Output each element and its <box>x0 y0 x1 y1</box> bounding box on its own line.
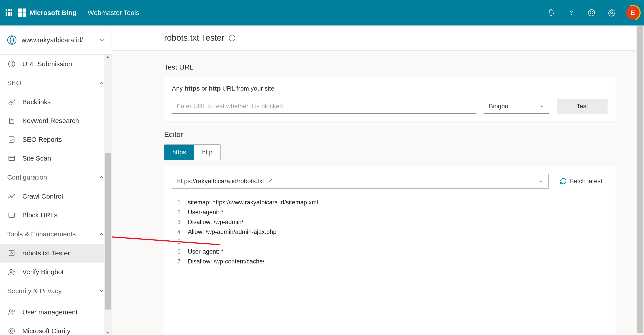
site-picker[interactable]: www.rakyatbicara.id/ <box>0 26 112 54</box>
sidebar-scrollbar[interactable]: ▲ ▼ <box>104 54 112 335</box>
hint-text: or <box>200 85 209 92</box>
sidebar-item-label: Microsoft Clarity <box>22 327 70 335</box>
svg-point-3 <box>592 12 593 12</box>
sidebar-item-url-submission[interactable]: URL Submission <box>0 54 112 73</box>
svg-point-19 <box>9 328 14 334</box>
chevron-down-icon <box>539 104 544 109</box>
user-avatar[interactable]: E <box>626 6 640 20</box>
svg-rect-9 <box>9 156 14 160</box>
feedback-smiley-icon[interactable] <box>584 5 599 20</box>
sidebar: www.rakyatbicara.id/ URL Submission SEO … <box>0 26 112 335</box>
section-label: Security & Privacy <box>7 287 62 295</box>
svg-point-18 <box>12 310 14 312</box>
page-title: robots.txt Tester <box>164 33 224 43</box>
sidebar-item-crawl-control[interactable]: Crawl Control <box>0 187 112 206</box>
crawl-icon <box>7 192 16 201</box>
globe-small-icon <box>7 60 16 68</box>
svg-point-20 <box>10 330 13 332</box>
report-icon <box>7 135 16 144</box>
user-icon <box>7 308 16 317</box>
sidebar-section-configuration[interactable]: Configuration <box>0 168 112 187</box>
sidebar-section-security[interactable]: Security & Privacy <box>0 281 112 300</box>
clipboard-icon <box>7 116 16 125</box>
top-bar: Microsoft Bing Webmaster Tools E <box>0 0 644 26</box>
sidebar-item-verify-bingbot[interactable]: Verify Bingbot <box>0 262 112 281</box>
svg-point-17 <box>10 310 12 312</box>
sidebar-item-keyword-research[interactable]: Keyword Research <box>0 111 112 130</box>
sidebar-item-site-scan[interactable]: Site Scan <box>0 149 112 168</box>
sidebar-item-user-management[interactable]: User management <box>0 303 112 322</box>
code-content[interactable]: sitemap: https://www.rakyatbicara.id/sit… <box>184 196 318 335</box>
chevron-up-icon <box>98 80 104 86</box>
page-header: robots.txt Tester i <box>112 26 644 50</box>
line-gutter: 1234567 <box>172 196 184 335</box>
svg-rect-8 <box>9 137 14 142</box>
test-url-input[interactable] <box>172 99 476 114</box>
svg-point-1 <box>588 10 594 16</box>
brand-text-tools[interactable]: Webmaster Tools <box>88 9 139 16</box>
clarity-icon <box>7 326 16 335</box>
main-scrollbar[interactable] <box>636 26 644 335</box>
brand-text-bing: Microsoft Bing <box>30 9 76 16</box>
sidebar-item-label: Crawl Control <box>22 192 63 200</box>
external-link-icon[interactable] <box>267 178 272 184</box>
tab-https[interactable]: https <box>164 145 194 160</box>
sidebar-item-label: URL Submission <box>22 60 72 68</box>
test-url-hint: Any https or http URL from your site <box>172 85 608 92</box>
sidebar-section-seo[interactable]: SEO <box>0 73 112 92</box>
notifications-icon[interactable] <box>544 5 559 20</box>
svg-point-10 <box>8 198 9 198</box>
sidebar-item-block-urls[interactable]: Block URLs <box>0 206 112 224</box>
help-icon[interactable] <box>564 5 579 20</box>
hint-bold: http <box>209 85 221 92</box>
sidebar-item-backlinks[interactable]: Backlinks <box>0 92 112 111</box>
hint-text: URL from your site <box>221 85 274 92</box>
divider <box>82 8 82 18</box>
robots-url-select[interactable]: https://rakyatbicara.id/robots.txt <box>172 174 548 188</box>
editor-section: Editor https http https://rakyatbicara.i… <box>164 130 616 335</box>
sidebar-item-label: Keyword Research <box>22 117 79 124</box>
test-url-section: Test URL Any https or http URL from your… <box>164 63 616 122</box>
bing-logo[interactable]: Microsoft Bing <box>18 8 76 17</box>
refresh-icon <box>560 178 567 185</box>
chevron-up-icon <box>98 231 104 237</box>
test-url-card: Any https or http URL from your site Bin… <box>164 77 616 122</box>
section-label: Configuration <box>7 174 47 181</box>
scroll-down-icon[interactable]: ▼ <box>104 330 112 335</box>
hint-bold: https <box>184 85 200 92</box>
protocol-tabs: https http <box>164 144 221 160</box>
svg-point-13 <box>14 194 15 195</box>
settings-gear-icon[interactable] <box>604 5 620 20</box>
sidebar-item-robots-tester[interactable]: robots.txt Tester <box>0 244 112 262</box>
hint-text: Any <box>172 85 184 92</box>
code-editor[interactable]: 1234567 sitemap: https://www.rakyatbicar… <box>172 196 608 335</box>
svg-point-11 <box>10 196 11 196</box>
app-launcher-icon[interactable] <box>4 8 14 17</box>
scroll-up-icon[interactable]: ▲ <box>104 54 112 59</box>
fetch-latest-button[interactable]: Fetch latest <box>560 178 602 185</box>
svg-point-4 <box>611 12 613 14</box>
bing-square-icon <box>18 8 26 17</box>
avatar-letter: E <box>630 9 635 16</box>
robots-icon <box>7 249 16 258</box>
svg-point-0 <box>571 14 572 15</box>
bot-select[interactable]: Bingbot <box>484 99 549 114</box>
sidebar-item-label: SEO Reports <box>22 136 62 143</box>
sidebar-item-label: User management <box>22 308 78 316</box>
scroll-thumb[interactable] <box>105 153 111 310</box>
verify-icon <box>7 268 16 276</box>
scroll-thumb[interactable] <box>637 26 643 333</box>
svg-point-2 <box>590 12 591 12</box>
fetch-label: Fetch latest <box>570 178 602 185</box>
site-name: www.rakyatbicara.id/ <box>22 36 94 44</box>
sidebar-item-seo-reports[interactable]: SEO Reports <box>0 130 112 149</box>
tab-http[interactable]: http <box>194 145 221 160</box>
sidebar-item-label: Site Scan <box>22 154 51 162</box>
scan-icon <box>7 154 16 163</box>
test-button[interactable]: Test <box>557 99 608 114</box>
sidebar-section-tools[interactable]: Tools & Enhancements <box>0 224 112 244</box>
sidebar-item-label: Verify Bingbot <box>22 268 64 276</box>
info-icon[interactable]: i <box>229 35 235 41</box>
sidebar-item-microsoft-clarity[interactable]: Microsoft Clarity <box>0 322 112 335</box>
sidebar-item-label: robots.txt Tester <box>22 249 70 257</box>
